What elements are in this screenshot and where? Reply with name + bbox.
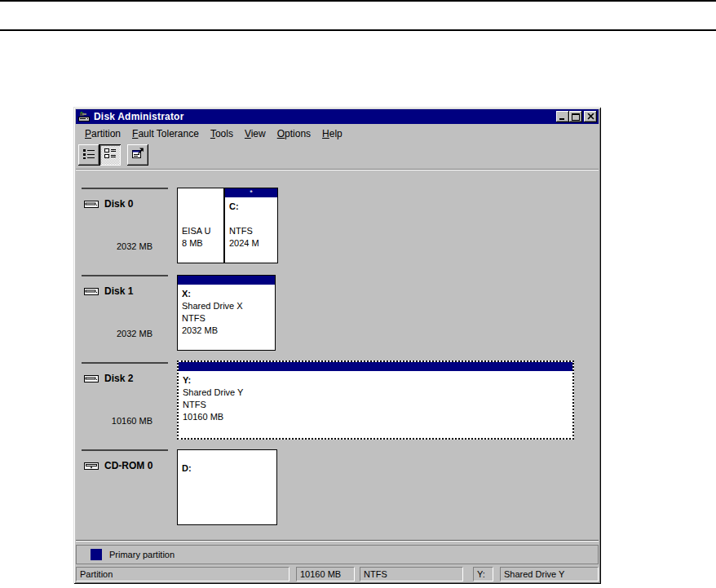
menu-tools[interactable]: Tools xyxy=(205,126,239,141)
no-partition-bar xyxy=(178,450,276,459)
primary-partition-bar xyxy=(178,276,275,285)
status-filesystem: NTFS xyxy=(360,567,463,581)
disk-name: Disk 2 xyxy=(104,373,133,384)
volumes-view-icon xyxy=(82,147,95,163)
status-volume-label: Shared Drive Y xyxy=(500,567,599,581)
hard-disk-icon xyxy=(84,374,99,383)
close-button[interactable] xyxy=(584,111,597,122)
disk-row-cdrom0: CD-ROM 0 D: xyxy=(76,449,599,537)
disk-row-disk2: Disk 2 10160 MB Y: Shared Drive Y NTFS 1… xyxy=(76,362,599,449)
disk-administrator-icon xyxy=(77,111,91,122)
disk2-label-column: Disk 2 10160 MB xyxy=(76,362,177,449)
disk-row-disk0: Disk 0 2032 MB EISA U 8 MB xyxy=(76,188,599,275)
disk-row-disk1: Disk 1 2032 MB X: Shared Drive X NTFS 20… xyxy=(76,275,599,362)
menu-view[interactable]: View xyxy=(239,126,272,141)
disk-name: Disk 0 xyxy=(104,198,133,210)
legend-block: Primary partition xyxy=(76,540,599,567)
menu-bar: Partition Fault Tolerance Tools View Opt… xyxy=(76,124,599,143)
partition-c[interactable]: * C: NTFS 2024 M xyxy=(224,188,278,263)
disk0-label-column: Disk 0 2032 MB xyxy=(76,188,177,275)
partition-eisa[interactable]: EISA U 8 MB xyxy=(177,188,224,263)
primary-partition-bar: * xyxy=(225,188,277,197)
menu-options[interactable]: Options xyxy=(272,126,316,141)
hard-disk-icon xyxy=(84,200,99,209)
volumes-view-button[interactable] xyxy=(78,144,99,166)
disk1-label-column: Disk 1 2032 MB xyxy=(76,275,177,362)
partition-d[interactable]: D: xyxy=(177,449,277,525)
no-partition-bar xyxy=(178,188,223,197)
properties-button[interactable] xyxy=(127,144,148,166)
partition-x[interactable]: X: Shared Drive X NTFS 2032 MB xyxy=(177,275,276,351)
active-partition-marker: * xyxy=(250,188,253,197)
horizontal-rule-top xyxy=(0,0,716,2)
menu-partition[interactable]: Partition xyxy=(79,126,126,141)
minimize-button[interactable] xyxy=(556,111,569,122)
horizontal-rule-second xyxy=(0,29,716,31)
window-title: Disk Administrator xyxy=(94,111,184,122)
disk-size: 10160 MB xyxy=(82,416,152,426)
disk-configuration-view-icon xyxy=(104,147,117,163)
toolbar xyxy=(76,143,599,170)
disk-size: 2032 MB xyxy=(82,241,152,251)
legend-label: Primary partition xyxy=(109,550,175,559)
cd-rom-icon xyxy=(84,462,99,471)
primary-partition-bar xyxy=(179,362,572,371)
legend: Primary partition xyxy=(76,545,599,564)
status-object-type: Partition xyxy=(76,567,289,581)
disk-graph-area: Disk 0 2032 MB EISA U 8 MB xyxy=(76,170,599,540)
legend-separator xyxy=(76,540,599,542)
properties-icon xyxy=(131,147,144,163)
status-bar: Partition 10160 MB NTFS Y: Shared Drive … xyxy=(76,567,599,581)
titlebar: Disk Administrator xyxy=(76,109,599,124)
disk-administrator-window: Disk Administrator Partition Fault Toler… xyxy=(73,107,601,584)
document-page: Disk Administrator Partition Fault Toler… xyxy=(0,0,716,588)
hard-disk-icon xyxy=(84,287,99,296)
primary-partition-swatch xyxy=(91,549,102,560)
disk-size: 2032 MB xyxy=(82,329,152,338)
status-size: 10160 MB xyxy=(296,567,355,581)
maximize-button[interactable] xyxy=(569,111,582,122)
disk-configuration-view-button[interactable] xyxy=(99,144,121,166)
partition-y-selected[interactable]: Y: Shared Drive Y NTFS 10160 MB xyxy=(177,360,574,440)
status-drive-letter: Y: xyxy=(473,567,493,581)
titlebar-buttons xyxy=(556,111,597,122)
menu-fault-tolerance[interactable]: Fault Tolerance xyxy=(126,126,205,141)
disk-name: Disk 1 xyxy=(104,285,133,297)
menu-help[interactable]: Help xyxy=(316,126,348,141)
cdrom0-label-column: CD-ROM 0 xyxy=(76,449,177,537)
disk-name: CD-ROM 0 xyxy=(104,460,152,471)
